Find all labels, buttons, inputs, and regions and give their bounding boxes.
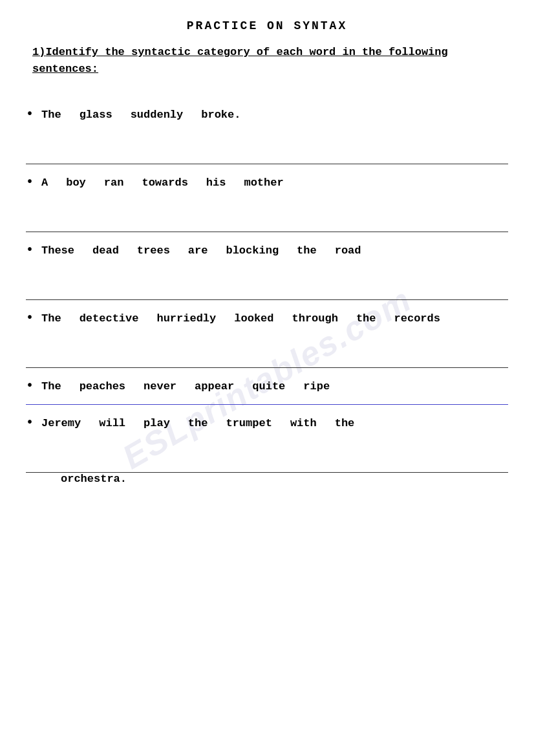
sentence-row-2: • A boy ran towards his mother [26, 164, 508, 195]
word-6-7: the [326, 417, 364, 429]
answer-space-3 [26, 263, 508, 294]
word-5-3: never [134, 380, 186, 393]
word-4-7: records [385, 312, 449, 325]
words-6-line1: Jeremy will play the trumpet with the [39, 417, 508, 429]
word-5-2: peaches [70, 380, 134, 393]
bullet-5: • [26, 380, 34, 393]
bullet-6: • [26, 416, 34, 429]
sentence-row-3: • These dead trees are blocking the road [26, 232, 508, 263]
word-2-3: ran [95, 177, 133, 189]
word-3-2: dead [83, 244, 128, 257]
word-3-5: blocking [217, 244, 288, 257]
word-2-2: boy [57, 177, 95, 189]
bullet-4: • [26, 312, 34, 325]
word-4-2: detective [70, 312, 148, 325]
word-2-5: his [197, 177, 235, 189]
answer-space-6 [26, 436, 508, 467]
word-4-3: hurriedly [147, 312, 225, 325]
bullet-2: • [26, 176, 34, 189]
answer-space-2 [26, 195, 508, 226]
word-6-5: trumpet [217, 417, 281, 429]
question-number: 1) [32, 46, 45, 58]
words-2: A boy ran towards his mother [39, 177, 508, 189]
question-text: Identify the syntactic category of each … [32, 46, 448, 75]
page-title: PRACTICE ON SYNTAX [26, 19, 508, 32]
word-4-1: The [39, 312, 70, 325]
word-1-3: suddenly [122, 109, 193, 121]
sentence-continuation-6: orchestra. [26, 473, 508, 491]
word-3-4: are [179, 244, 217, 257]
word-6-8: orchestra. [58, 473, 136, 485]
word-3-7: road [326, 244, 370, 257]
question-header: 1)Identify the syntactic category of eac… [26, 44, 508, 77]
words-1: The glass suddenly broke. [39, 109, 508, 121]
word-6-1: Jeremy [39, 417, 90, 429]
answer-space-1 [26, 127, 508, 158]
sentence-row-6: • Jeremy will play the trumpet with the [26, 405, 508, 436]
word-3-6: the [288, 244, 326, 257]
words-4: The detective hurriedly looked through t… [39, 312, 508, 325]
word-1-4: broke. [192, 109, 250, 121]
words-5: The peaches never appear quite ripe [39, 380, 508, 393]
word-3-3: trees [128, 244, 179, 257]
bullet-1: • [26, 108, 34, 121]
word-1-2: glass [70, 109, 122, 121]
bullet-3: • [26, 244, 34, 257]
word-4-6: the [347, 312, 385, 325]
sentence-row-1: • The glass suddenly broke. [26, 96, 508, 127]
sentence-row-4: • The detective hurriedly looked through… [26, 300, 508, 331]
word-6-3: play [134, 417, 179, 429]
sentences-container: • The glass suddenly broke. • A boy ran … [26, 96, 508, 491]
word-4-4: looked [225, 312, 283, 325]
words-3: These dead trees are blocking the road [39, 244, 508, 257]
word-2-4: towards [133, 177, 197, 189]
word-5-6: ripe [294, 380, 339, 393]
word-5-4: appear [186, 380, 243, 393]
word-6-2: will [90, 417, 134, 429]
word-5-1: The [39, 380, 70, 393]
word-6-4: the [179, 417, 217, 429]
word-1-1: The [39, 109, 70, 121]
word-3-1: These [39, 244, 83, 257]
sentence-row-5: • The peaches never appear quite ripe [26, 368, 508, 399]
word-6-6: with [281, 417, 326, 429]
word-4-5: through [283, 312, 347, 325]
answer-space-4 [26, 331, 508, 362]
word-5-5: quite [243, 380, 294, 393]
word-2-1: A [39, 177, 57, 189]
word-2-6: mother [235, 177, 292, 189]
